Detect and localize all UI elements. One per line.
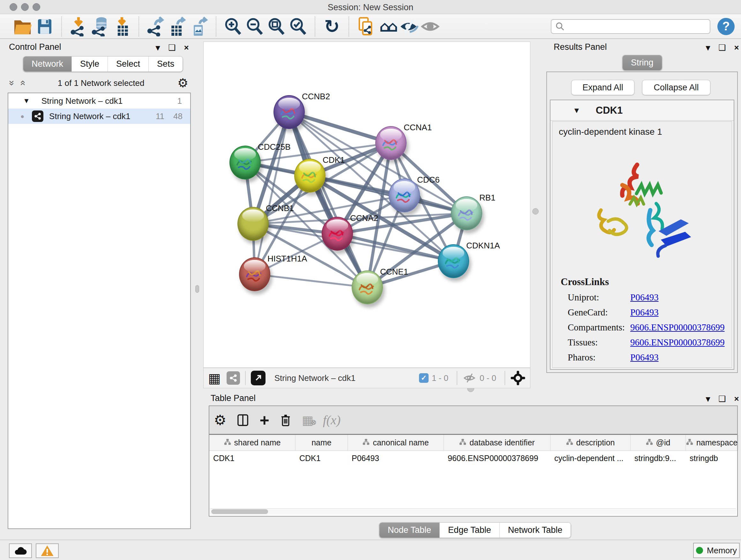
column-header-canonical-name[interactable]: canonical name	[348, 435, 444, 450]
save-session-icon[interactable]	[34, 16, 56, 37]
network-row[interactable]: ● String Network – cdk1 11 48	[8, 109, 190, 124]
export-image-icon[interactable]	[188, 16, 210, 37]
home-icon[interactable]: ⌂⌂	[377, 16, 398, 37]
crosslink-value-link[interactable]: P06493	[630, 307, 659, 318]
search-input[interactable]	[568, 21, 706, 32]
expand-all-icon[interactable]: »	[17, 80, 27, 86]
column-header-database-identifier[interactable]: database identifier	[444, 435, 550, 450]
panel-menu-icon[interactable]: ▾	[706, 394, 710, 404]
node-CCNA2[interactable]	[322, 217, 353, 251]
column-header-namespace[interactable]: namespace	[686, 435, 738, 450]
show-eye-icon[interactable]	[420, 16, 442, 37]
section-collapse-triangle-icon[interactable]: ▼	[573, 106, 581, 115]
node-CDC6[interactable]	[389, 179, 420, 212]
node-CCNE1[interactable]	[352, 270, 383, 304]
node-CDK1[interactable]	[294, 159, 326, 192]
network-collection-row[interactable]: ▼ String Network – cdk1 1	[8, 93, 190, 109]
table-cell[interactable]: cyclin-dependent ...	[550, 451, 630, 465]
selected-checkbox-icon[interactable]: ✓	[419, 373, 428, 383]
add-column-icon[interactable]: +	[259, 413, 269, 427]
table-cell[interactable]: CDK1	[209, 451, 295, 465]
import-database-icon[interactable]	[89, 16, 111, 37]
import-table-icon[interactable]	[111, 16, 133, 37]
right-splitter-handle[interactable]	[532, 208, 539, 214]
network-canvas[interactable]: CCNB2CCNA1CDC25BCDK1CDC6RB1CCNB1CCNA2CDK…	[203, 42, 530, 368]
table-horizontal-scrollbar[interactable]	[210, 508, 736, 515]
table-cell[interactable]: CDK1	[295, 451, 348, 465]
birdseye-navigator-icon[interactable]	[510, 370, 526, 386]
clone-network-icon[interactable]	[355, 16, 377, 37]
zoom-fit-icon[interactable]	[266, 16, 287, 37]
network-options-gear-icon[interactable]: ⚙	[178, 76, 188, 90]
node-CCNB2[interactable]	[273, 95, 305, 129]
scrollbar-thumb[interactable]	[211, 509, 268, 514]
open-in-window-icon[interactable]	[251, 371, 266, 385]
tab-edge-table[interactable]: Edge Table	[440, 523, 500, 538]
column-header-description[interactable]: description	[550, 435, 630, 450]
results-panel-window-buttons: ▾ ❑ ×	[706, 43, 739, 53]
zoom-out-icon[interactable]	[244, 16, 266, 37]
panel-menu-icon[interactable]: ▾	[706, 43, 710, 53]
panel-float-icon[interactable]: ❑	[168, 43, 176, 53]
network-view-share-icon[interactable]	[226, 371, 240, 385]
node-RB1[interactable]	[451, 196, 482, 230]
collapse-triangle-icon[interactable]: ▼	[23, 97, 30, 105]
control-panel-tabs: NetworkStyleSelectSets	[23, 56, 183, 72]
crosslink-value-link[interactable]: P06493	[630, 292, 659, 303]
crosslink-value-link[interactable]: 9606.ENSP00000378699	[630, 322, 725, 333]
panel-menu-icon[interactable]: ▾	[156, 43, 160, 53]
tab-node-table[interactable]: Node Table	[380, 523, 440, 538]
panel-close-icon[interactable]: ×	[734, 43, 739, 53]
panel-close-icon[interactable]: ×	[734, 394, 739, 404]
node-HIST1H1A[interactable]	[239, 257, 270, 291]
table-cell[interactable]: P06493	[348, 451, 444, 465]
hide-panel-eye-icon[interactable]	[398, 16, 420, 37]
import-network-icon[interactable]	[68, 16, 89, 37]
node-CDKN1A[interactable]	[438, 244, 469, 278]
node-label-CCNA1: CCNA1	[404, 123, 432, 132]
node-CDC25B[interactable]	[229, 145, 261, 179]
grid-view-icon[interactable]: ▦	[208, 370, 221, 386]
expand-all-button[interactable]: Expand All	[571, 80, 634, 95]
column-header-name[interactable]: name	[295, 435, 348, 450]
crosslink-value-link[interactable]: P06493	[630, 352, 659, 363]
collapse-all-icon[interactable]: »	[7, 80, 17, 86]
memory-button[interactable]: Memory	[693, 543, 740, 558]
left-splitter-handle[interactable]	[195, 285, 199, 293]
refresh-icon[interactable]: ↻	[321, 16, 343, 37]
export-network-icon[interactable]	[145, 16, 166, 37]
crosslink-value-link[interactable]: 9606.ENSP00000378699	[630, 337, 725, 348]
table-cell[interactable]: stringdb	[686, 451, 738, 465]
export-table-icon[interactable]	[166, 16, 188, 37]
cloud-button[interactable]	[9, 543, 32, 558]
tab-network[interactable]: Network	[23, 57, 72, 71]
table-cell[interactable]: stringdb:9...	[630, 451, 686, 465]
node-CCNB1[interactable]	[238, 207, 269, 241]
table-options-gear-icon[interactable]: ⚙	[214, 412, 226, 428]
column-header-shared-name[interactable]: shared name	[209, 435, 295, 450]
zoom-selected-icon[interactable]	[287, 16, 309, 37]
table-cell[interactable]: 9606.ENSP00000378699	[444, 451, 550, 465]
column-header-@id[interactable]: @id	[630, 435, 686, 450]
show-columns-icon[interactable]	[236, 413, 250, 427]
tab-style[interactable]: Style	[72, 57, 108, 71]
collapse-all-button[interactable]: Collapse All	[642, 80, 711, 95]
zoom-in-icon[interactable]	[222, 16, 244, 37]
table-row[interactable]: CDK1CDK1P064939606.ENSP00000378699cyclin…	[209, 451, 737, 465]
delete-column-icon[interactable]	[279, 413, 292, 428]
tab-network-table[interactable]: Network Table	[500, 523, 571, 538]
panel-close-icon[interactable]: ×	[184, 43, 189, 53]
column-label: database identifier	[469, 438, 535, 447]
search-field[interactable]	[551, 19, 711, 34]
node-CCNA1[interactable]	[375, 126, 407, 160]
edge-HIST1H1A-CCNE1[interactable]	[255, 274, 367, 287]
tab-sets[interactable]: Sets	[149, 57, 183, 71]
gene-section-header[interactable]: ▼ CDK1	[550, 100, 734, 121]
tab-select[interactable]: Select	[108, 57, 149, 71]
open-session-icon[interactable]	[12, 16, 34, 37]
help-icon[interactable]: ?	[718, 18, 735, 35]
tab-string[interactable]: String	[623, 55, 662, 70]
warning-button[interactable]	[36, 543, 59, 558]
panel-float-icon[interactable]: ❑	[718, 43, 726, 53]
panel-float-icon[interactable]: ❑	[718, 394, 726, 404]
